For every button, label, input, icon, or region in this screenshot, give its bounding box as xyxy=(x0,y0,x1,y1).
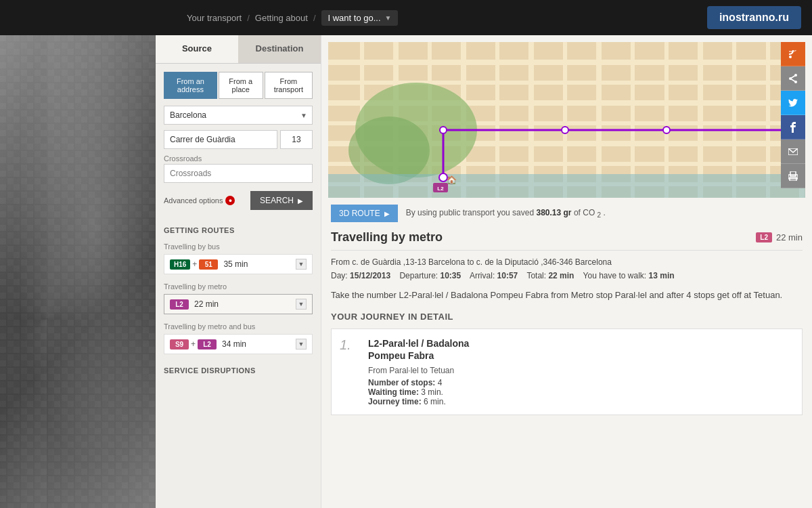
map-svg: L2 🏠 👑 xyxy=(328,42,805,198)
mb-dropdown[interactable]: ▼ xyxy=(296,339,307,350)
street-input-row xyxy=(164,130,313,149)
svg-line-48 xyxy=(790,75,796,79)
step-journey-value: 6 min. xyxy=(424,397,446,406)
departure-label: Departure: xyxy=(399,271,438,280)
mb-plus: + xyxy=(191,339,196,349)
journey-detail-title: YOUR JOURNEY IN DETAIL xyxy=(331,312,803,322)
svg-rect-33 xyxy=(328,174,805,198)
svg-point-36 xyxy=(562,127,568,133)
btn-3d-route[interactable]: 3D ROUTE xyxy=(331,205,398,222)
svg-rect-4 xyxy=(0,35,156,508)
step-from-to: From Paral·lel to Tetuan xyxy=(368,366,794,375)
breadcrumb-current[interactable]: I want to go... xyxy=(321,10,399,26)
metro-route-card[interactable]: L2 22 min ▼ xyxy=(164,294,313,314)
co2-subscript: 2 xyxy=(597,211,602,219)
metro-route-group: Travelling by metro L2 22 min ▼ xyxy=(156,278,321,318)
step-wait-value: 3 min. xyxy=(421,387,443,397)
total-label: Total: xyxy=(526,271,546,280)
travel-metro-badge: L2 xyxy=(756,232,772,242)
logo: inostranno.ru xyxy=(707,6,801,29)
service-disruptions-title: SERVICE DISRUPTIONS xyxy=(156,358,321,379)
search-button[interactable]: SEARCH xyxy=(250,191,313,210)
advanced-label: Advanced options xyxy=(164,196,223,205)
route-info-panel: 3D ROUTE By using public transport you s… xyxy=(321,198,812,508)
btn-from-place[interactable]: From a place xyxy=(219,72,263,99)
share-button[interactable] xyxy=(781,66,805,91)
email-button[interactable] xyxy=(781,140,805,164)
main-layout: Source Destination From an address From … xyxy=(0,35,812,508)
mb-time: 34 min xyxy=(222,339,296,349)
step-stops: Number of stops: 4 xyxy=(368,378,794,387)
breadcrumb-sep1: / xyxy=(247,13,250,23)
bus-plus: + xyxy=(192,259,197,269)
day-label: Day: xyxy=(331,271,348,280)
bus-route-label: Travelling by bus xyxy=(164,242,313,251)
svg-point-44 xyxy=(789,56,792,58)
source-destination-tabs: Source Destination xyxy=(156,35,321,64)
travel-from: From c. de Guàrdia ,13-13 Barcelona to c… xyxy=(331,257,803,267)
step-waiting: Waiting time: 3 min. xyxy=(368,387,794,397)
rss-button[interactable] xyxy=(781,42,805,66)
co2-amount: 380.13 gr xyxy=(536,208,571,217)
svg-line-49 xyxy=(790,79,796,82)
metro-line-badge: L2 xyxy=(170,299,189,310)
step-line-name: L2-Paral·lel / BadalonaPompeu Fabra xyxy=(368,337,794,362)
facebook-button[interactable] xyxy=(781,115,805,140)
advanced-row: Advanced options ● SEARCH xyxy=(164,191,313,210)
advanced-options-link[interactable]: Advanced options ● xyxy=(164,196,235,205)
travel-details: Day: 15/12/2013 Departure: 10:35 Arrival… xyxy=(331,271,803,280)
co2-unit: of CO xyxy=(574,208,595,217)
walk-value: 13 min xyxy=(649,271,675,280)
breadcrumb: Your transport / Getting about / I want … xyxy=(187,10,707,26)
tab-source[interactable]: Source xyxy=(156,35,238,63)
travel-header: Travelling by metro L2 22 min xyxy=(331,230,803,251)
metro-bus-route-label: Travelling by metro and bus xyxy=(164,322,313,331)
svg-rect-52 xyxy=(790,171,796,176)
crossroads-input[interactable] xyxy=(164,164,313,183)
total-value: 22 min xyxy=(548,271,574,280)
street-input[interactable] xyxy=(164,130,277,149)
step-journey-label: Journey time: xyxy=(368,397,422,406)
metro-time: 22 min xyxy=(194,299,296,309)
btn-from-transport[interactable]: From transport xyxy=(265,72,313,99)
metro-route-label: Travelling by metro xyxy=(164,282,313,291)
twitter-button[interactable] xyxy=(781,91,805,115)
mb-line1-badge: S9 xyxy=(170,339,189,350)
right-panel: L2 🏠 👑 xyxy=(321,35,812,508)
svg-point-37 xyxy=(663,127,670,133)
arrival-value: 10:57 xyxy=(497,271,518,280)
co2-prefix: By using public transport you saved xyxy=(406,208,534,217)
from-type-group: From an address From a place From transp… xyxy=(164,72,313,99)
social-bar xyxy=(781,42,805,198)
print-button[interactable] xyxy=(781,164,805,188)
arrival-label: Arrival: xyxy=(470,271,495,280)
step-journey: Journey time: 6 min. xyxy=(368,397,794,406)
bus-route-group: Travelling by bus H16 + 51 35 min ▼ xyxy=(156,238,321,278)
step-wait-label: Waiting time: xyxy=(368,387,419,397)
source-form: From an address From a place From transp… xyxy=(156,64,321,218)
step-number: 1. xyxy=(340,337,360,406)
metro-bus-route-card[interactable]: S9 + L2 34 min ▼ xyxy=(164,334,313,354)
city-select[interactable]: Barcelona xyxy=(164,106,313,125)
photo-overlay xyxy=(0,35,156,508)
btn-from-address[interactable]: From an address xyxy=(164,72,217,99)
street-num-input[interactable] xyxy=(280,130,313,149)
bus-line1-badge: H16 xyxy=(170,259,190,270)
breadcrumb-your-transport[interactable]: Your transport xyxy=(187,13,242,23)
svg-text:🏠: 🏠 xyxy=(447,175,457,185)
breadcrumb-getting-about[interactable]: Getting about xyxy=(255,13,308,23)
getting-routes-title: GETTING ROUTES xyxy=(156,218,321,238)
step-card-1: 1. L2-Paral·lel / BadalonaPompeu Fabra F… xyxy=(331,329,803,415)
advanced-badge: ● xyxy=(225,196,235,205)
bus-time: 35 min xyxy=(223,259,296,269)
bus-route-card[interactable]: H16 + 51 35 min ▼ xyxy=(164,254,313,274)
bus-dropdown[interactable]: ▼ xyxy=(296,259,307,270)
metro-dropdown[interactable]: ▼ xyxy=(296,299,307,310)
crossroads-label: Crossroads xyxy=(164,154,313,163)
tab-destination[interactable]: Destination xyxy=(238,35,321,63)
top-nav: Your transport / Getting about / I want … xyxy=(0,0,812,35)
crossroads-row: Crossroads xyxy=(164,154,313,183)
departure-value: 10:35 xyxy=(440,271,461,280)
travel-badge: L2 22 min xyxy=(756,232,803,242)
travel-description: Take the number L2-Paral·lel / Badalona … xyxy=(331,289,803,302)
